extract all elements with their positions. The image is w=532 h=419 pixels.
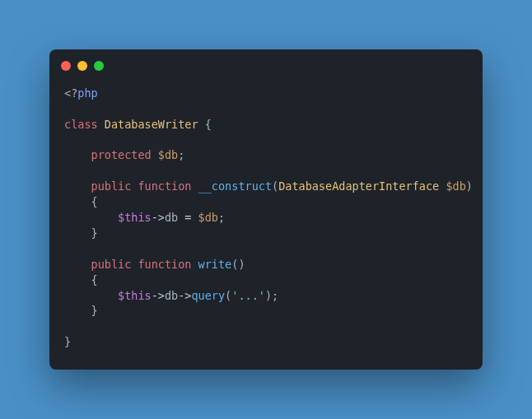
arrow-op: -> bbox=[178, 289, 191, 302]
semicolon: ; bbox=[178, 148, 184, 161]
prop-db: db bbox=[165, 289, 178, 302]
kw-function: function bbox=[138, 179, 191, 193]
minimize-icon[interactable] bbox=[77, 61, 87, 71]
this: $this bbox=[118, 289, 152, 302]
fn-query: query bbox=[191, 289, 225, 302]
semicolon: ; bbox=[218, 211, 225, 224]
brace-close: } bbox=[64, 335, 71, 348]
var-db: $db bbox=[158, 148, 178, 161]
php-keyword: php bbox=[77, 86, 97, 100]
paren-close: ) bbox=[466, 179, 473, 193]
paren-close-semi: ); bbox=[265, 289, 278, 302]
maximize-icon[interactable] bbox=[94, 61, 104, 71]
window-titlebar bbox=[49, 49, 483, 77]
param-db: $db bbox=[446, 179, 465, 193]
close-icon[interactable] bbox=[61, 61, 71, 71]
type-iface: DatabaseAdapterInterface bbox=[278, 179, 439, 193]
arrow-op: -> bbox=[152, 211, 165, 224]
kw-protected: protected bbox=[91, 148, 152, 161]
kw-public: public bbox=[91, 179, 132, 193]
brace: { bbox=[91, 195, 98, 208]
arrow-op: -> bbox=[152, 289, 165, 302]
this: $this bbox=[118, 211, 152, 224]
string-lit: '...' bbox=[231, 289, 265, 302]
code-block: <?php class DatabaseWriter { protected $… bbox=[49, 77, 483, 370]
fn-write: write bbox=[198, 258, 232, 271]
kw-class: class bbox=[64, 118, 98, 131]
brace: } bbox=[91, 226, 98, 240]
code-window: <?php class DatabaseWriter { protected $… bbox=[49, 49, 483, 370]
parens: () bbox=[231, 258, 245, 271]
kw-function: function bbox=[138, 258, 191, 271]
fn-construct: __construct bbox=[198, 179, 272, 193]
class-name: DatabaseWriter bbox=[105, 118, 198, 131]
var-db: $db bbox=[198, 211, 218, 224]
kw-public: public bbox=[91, 258, 132, 271]
brace: { bbox=[198, 118, 212, 131]
paren-open: ( bbox=[272, 179, 278, 193]
prop-db: db bbox=[165, 211, 178, 224]
eq-op: = bbox=[178, 211, 198, 224]
brace: { bbox=[91, 273, 98, 286]
brace: } bbox=[91, 304, 98, 317]
php-open-tag: <? bbox=[64, 86, 77, 100]
